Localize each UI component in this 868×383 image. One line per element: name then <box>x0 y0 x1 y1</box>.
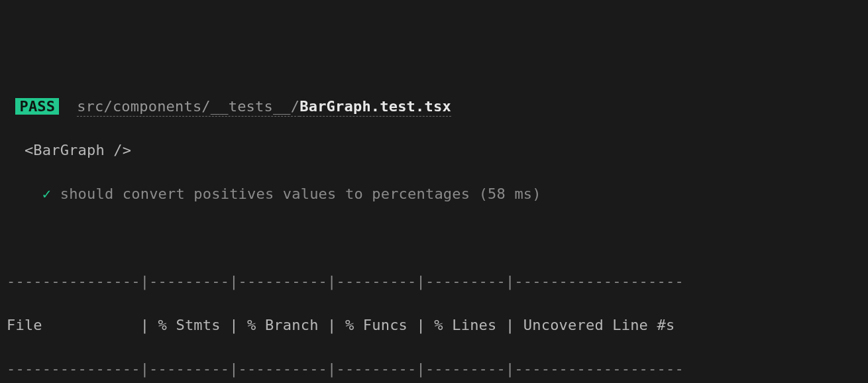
test-name: should convert positives values to perce… <box>60 186 470 202</box>
describe-block: <BarGraph /> <box>7 139 861 161</box>
coverage-border-top: ---------------|---------|----------|---… <box>7 270 861 292</box>
test-result-line: ✓ should convert positives values to per… <box>7 183 861 205</box>
blank-line <box>7 227 861 248</box>
test-duration: (58 ms) <box>479 186 541 202</box>
status-badge: PASS <box>15 98 59 115</box>
test-path-file: BarGraph.test.tsx <box>299 98 451 117</box>
checkmark-icon: ✓ <box>42 186 51 202</box>
describe-name: <BarGraph /> <box>25 142 131 158</box>
coverage-header-border: ---------------|---------|----------|---… <box>7 358 861 380</box>
test-path-dir: src/components/__tests__/ <box>77 98 299 117</box>
test-header: PASS src/components/__tests__/BarGraph.t… <box>7 95 861 117</box>
coverage-header: File | % Stmts | % Branch | % Funcs | % … <box>7 314 861 336</box>
